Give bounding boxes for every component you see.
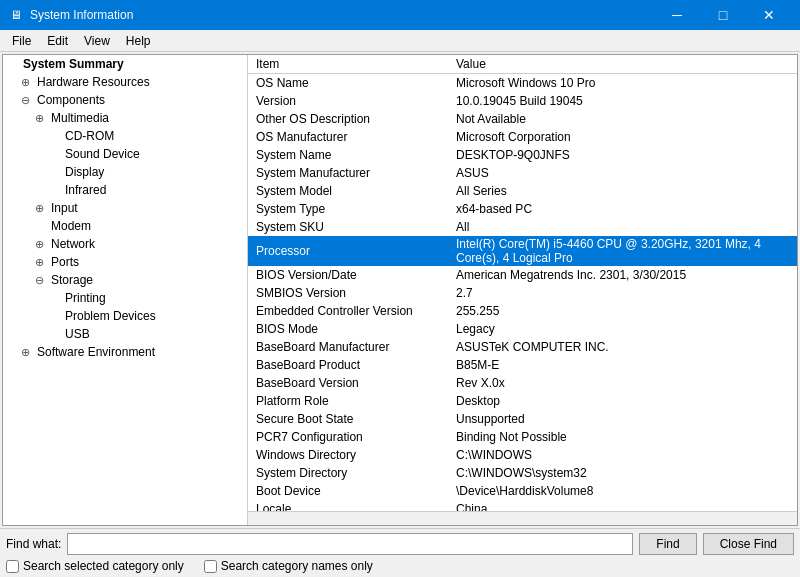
table-cell-item: BaseBoard Manufacturer — [248, 338, 448, 356]
data-table: Item Value OS NameMicrosoft Windows 10 P… — [248, 55, 797, 511]
table-cell-value: Microsoft Windows 10 Pro — [448, 74, 797, 92]
expand-icon-network[interactable]: ⊕ — [35, 238, 49, 251]
table-cell-item: Boot Device — [248, 482, 448, 500]
table-row[interactable]: Version10.0.19045 Build 19045 — [248, 92, 797, 110]
sidebar-item-hardware-resources[interactable]: ⊕Hardware Resources — [3, 73, 247, 91]
table-cell-item: PCR7 Configuration — [248, 428, 448, 446]
search-names-label[interactable]: Search category names only — [204, 559, 373, 573]
table-cell-value: 2.7 — [448, 284, 797, 302]
sidebar-item-cdrom[interactable]: CD-ROM — [3, 127, 247, 145]
table-row[interactable]: LocaleChina — [248, 500, 797, 512]
table-cell-item: Secure Boot State — [248, 410, 448, 428]
table-row[interactable]: System ManufacturerASUS — [248, 164, 797, 182]
right-panel: Item Value OS NameMicrosoft Windows 10 P… — [248, 55, 797, 525]
sidebar-item-infrared[interactable]: Infrared — [3, 181, 247, 199]
find-input[interactable] — [67, 533, 633, 555]
horizontal-scrollbar[interactable] — [248, 511, 797, 525]
expand-icon-storage[interactable]: ⊖ — [35, 274, 49, 287]
sidebar-label-input: Input — [51, 201, 78, 215]
table-row[interactable]: PCR7 ConfigurationBinding Not Possible — [248, 428, 797, 446]
close-button[interactable]: ✕ — [746, 0, 792, 30]
expand-icon-multimedia[interactable]: ⊕ — [35, 112, 49, 125]
expand-icon-software-env[interactable]: ⊕ — [21, 346, 35, 359]
close-find-button[interactable]: Close Find — [703, 533, 794, 555]
table-row[interactable]: Boot Device\Device\HarddiskVolume8 — [248, 482, 797, 500]
table-cell-value: Legacy — [448, 320, 797, 338]
sidebar-item-problem-devices[interactable]: Problem Devices — [3, 307, 247, 325]
menu-item-view[interactable]: View — [76, 32, 118, 50]
sidebar-item-storage[interactable]: ⊖Storage — [3, 271, 247, 289]
table-cell-item: BaseBoard Product — [248, 356, 448, 374]
info-table: Item Value OS NameMicrosoft Windows 10 P… — [248, 55, 797, 511]
table-row[interactable]: OS ManufacturerMicrosoft Corporation — [248, 128, 797, 146]
table-cell-value: 10.0.19045 Build 19045 — [448, 92, 797, 110]
table-row[interactable]: Secure Boot StateUnsupported — [248, 410, 797, 428]
table-row[interactable]: BaseBoard ManufacturerASUSTeK COMPUTER I… — [248, 338, 797, 356]
expand-icon-components[interactable]: ⊖ — [21, 94, 35, 107]
table-row[interactable]: System NameDESKTOP-9Q0JNFS — [248, 146, 797, 164]
table-cell-item: System Type — [248, 200, 448, 218]
sidebar-label-network: Network — [51, 237, 95, 251]
table-row[interactable]: BaseBoard VersionRev X.0x — [248, 374, 797, 392]
table-row[interactable]: Platform RoleDesktop — [248, 392, 797, 410]
search-category-checkbox[interactable] — [6, 560, 19, 573]
sidebar-item-printing[interactable]: Printing — [3, 289, 247, 307]
sidebar-item-display[interactable]: Display — [3, 163, 247, 181]
table-row[interactable]: System DirectoryC:\WINDOWS\system32 — [248, 464, 797, 482]
table-row[interactable]: BIOS Version/DateAmerican Megatrends Inc… — [248, 266, 797, 284]
find-button[interactable]: Find — [639, 533, 696, 555]
sidebar-item-input[interactable]: ⊕Input — [3, 199, 247, 217]
sidebar-item-ports[interactable]: ⊕Ports — [3, 253, 247, 271]
table-row[interactable]: BIOS ModeLegacy — [248, 320, 797, 338]
table-row[interactable]: BaseBoard ProductB85M-E — [248, 356, 797, 374]
table-cell-item: OS Manufacturer — [248, 128, 448, 146]
table-cell-item: Windows Directory — [248, 446, 448, 464]
sidebar-item-sound[interactable]: Sound Device — [3, 145, 247, 163]
sidebar-item-usb[interactable]: USB — [3, 325, 247, 343]
menu-item-file[interactable]: File — [4, 32, 39, 50]
table-row[interactable]: System SKUAll — [248, 218, 797, 236]
table-cell-value: C:\WINDOWS — [448, 446, 797, 464]
sidebar-item-software-env[interactable]: ⊕Software Environment — [3, 343, 247, 361]
table-row[interactable]: OS NameMicrosoft Windows 10 Pro — [248, 74, 797, 92]
table-row[interactable]: System ModelAll Series — [248, 182, 797, 200]
expand-icon-ports[interactable]: ⊕ — [35, 256, 49, 269]
sidebar-label-cdrom: CD-ROM — [65, 129, 114, 143]
table-row[interactable]: System Typex64-based PC — [248, 200, 797, 218]
table-row[interactable]: Embedded Controller Version255.255 — [248, 302, 797, 320]
table-cell-item: OS Name — [248, 74, 448, 92]
minimize-button[interactable]: ─ — [654, 0, 700, 30]
table-cell-item: BIOS Version/Date — [248, 266, 448, 284]
sidebar: System Summary⊕Hardware Resources⊖Compon… — [3, 55, 248, 525]
expand-icon-hardware-resources[interactable]: ⊕ — [21, 76, 35, 89]
table-cell-value: All Series — [448, 182, 797, 200]
sidebar-item-network[interactable]: ⊕Network — [3, 235, 247, 253]
sidebar-label-display: Display — [65, 165, 104, 179]
table-cell-value: All — [448, 218, 797, 236]
table-cell-value: B85M-E — [448, 356, 797, 374]
table-cell-value: ASUSTeK COMPUTER INC. — [448, 338, 797, 356]
table-cell-item: System Name — [248, 146, 448, 164]
search-names-checkbox[interactable] — [204, 560, 217, 573]
table-cell-item: BaseBoard Version — [248, 374, 448, 392]
table-row[interactable]: Windows DirectoryC:\WINDOWS — [248, 446, 797, 464]
sidebar-label-problem-devices: Problem Devices — [65, 309, 156, 323]
table-cell-item: System Model — [248, 182, 448, 200]
sidebar-label-system-summary: System Summary — [23, 57, 124, 71]
table-cell-value: \Device\HarddiskVolume8 — [448, 482, 797, 500]
expand-icon-input[interactable]: ⊕ — [35, 202, 49, 215]
sidebar-item-multimedia[interactable]: ⊕Multimedia — [3, 109, 247, 127]
sidebar-item-system-summary[interactable]: System Summary — [3, 55, 247, 73]
table-row[interactable]: ProcessorIntel(R) Core(TM) i5-4460 CPU @… — [248, 236, 797, 266]
sidebar-item-modem[interactable]: Modem — [3, 217, 247, 235]
table-row[interactable]: Other OS DescriptionNot Available — [248, 110, 797, 128]
maximize-button[interactable]: □ — [700, 0, 746, 30]
search-category-label[interactable]: Search selected category only — [6, 559, 184, 573]
sidebar-item-components[interactable]: ⊖Components — [3, 91, 247, 109]
table-cell-value: 255.255 — [448, 302, 797, 320]
table-row[interactable]: SMBIOS Version2.7 — [248, 284, 797, 302]
menu-item-edit[interactable]: Edit — [39, 32, 76, 50]
menu-item-help[interactable]: Help — [118, 32, 159, 50]
sidebar-label-printing: Printing — [65, 291, 106, 305]
table-cell-item: BIOS Mode — [248, 320, 448, 338]
